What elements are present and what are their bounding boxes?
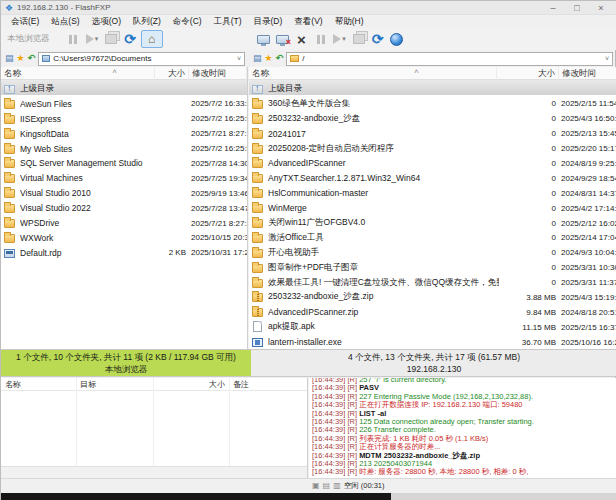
menu-item[interactable]: 查看(V) bbox=[288, 16, 328, 28]
file-row[interactable]: Default.rdp 2 KB 2025/10/31 17:29:38 bbox=[1, 244, 247, 259]
menu-item[interactable]: 命令(C) bbox=[167, 16, 208, 28]
remote-path-input[interactable]: / ˅ bbox=[286, 52, 613, 66]
menu-item[interactable]: 帮助(H) bbox=[329, 16, 370, 28]
file-modified: 2025/3/31 11:37: bbox=[561, 278, 616, 287]
local-path-input[interactable]: C:\Users\97672\Documents ˅ bbox=[38, 52, 245, 66]
column-header-name[interactable]: 名称 bbox=[1, 67, 155, 80]
file-row[interactable]: IISExpress 2025/7/2 16:25:58 bbox=[1, 110, 247, 125]
menu-item[interactable]: 队列(Z) bbox=[127, 16, 167, 28]
folder-tree-icon[interactable]: ▤ bbox=[253, 54, 262, 63]
queue-header-size[interactable]: 大小 bbox=[153, 379, 229, 390]
remote-location: 192.168.2.130 bbox=[407, 363, 461, 375]
file-row[interactable]: AweSun Files 2025/7/2 16:33:27 bbox=[1, 95, 247, 110]
home-folder-button[interactable]: ⌂ bbox=[141, 30, 163, 48]
file-row[interactable]: 2503232-andboxie_沙盘 0 2025/4/3 16:50:0 bbox=[249, 110, 616, 125]
menu-item[interactable]: 目录(D) bbox=[248, 16, 289, 28]
close-button[interactable]: × bbox=[589, 3, 613, 13]
horizontal-scrollbar[interactable] bbox=[1, 466, 307, 478]
minimize-button[interactable]: – bbox=[541, 3, 565, 13]
refresh-local-button[interactable]: ⟳ bbox=[122, 30, 139, 48]
file-row[interactable]: WXWork 2025/10/15 20:30:38 bbox=[1, 229, 247, 244]
connect-button[interactable] bbox=[255, 30, 272, 48]
file-row[interactable]: 关闭win11广告OFGBV4.0 0 2025/2/12 16:02: bbox=[249, 214, 616, 229]
file-row[interactable]: apk提取.apk 11.15 MB 2025/2/15 16:37: bbox=[249, 318, 616, 333]
refresh-remote-button[interactable]: ⟳ bbox=[369, 30, 386, 48]
local-browser-selector[interactable]: 本地浏览器 bbox=[7, 33, 50, 45]
file-name: WinMerge bbox=[268, 203, 499, 213]
file-row[interactable]: 激活Office工具 0 2025/2/14 17:04: bbox=[249, 229, 616, 244]
file-modified: 2024/8/19 9:25:0 bbox=[561, 159, 616, 168]
refresh-icon: ⟳ bbox=[124, 32, 136, 46]
queue-header-note[interactable]: 备注 bbox=[229, 379, 307, 390]
file-row[interactable]: 360绿色单文件版合集 0 2025/2/15 11:54: bbox=[249, 95, 616, 110]
file-row[interactable]: 20241017 0 2025/2/13 15:45: bbox=[249, 125, 616, 140]
file-size: 0 bbox=[499, 99, 561, 108]
file-name: Visual Studio 2022 bbox=[20, 203, 157, 213]
file-row[interactable]: WinMerge 0 2025/4/2 17:14:0 bbox=[249, 199, 616, 214]
disconnect-button[interactable] bbox=[274, 30, 291, 48]
file-row[interactable]: HslCommunication-master 0 2024/8/31 14:3… bbox=[249, 184, 616, 199]
queue-header-target[interactable]: 目标 bbox=[76, 379, 153, 390]
remote-file-pane: 名称 大小 修改时间 ˄ 上级目录 360绿色单文件版合集 0 2025/2/1… bbox=[249, 67, 616, 349]
file-row[interactable]: 20250208-定时自动启动关闭程序 0 2025/2/20 15:17: bbox=[249, 140, 616, 155]
file-row[interactable]: WPSDrive 2025/7/21 8:27:38 bbox=[1, 214, 247, 229]
column-header-modified[interactable]: 修改时间 bbox=[189, 67, 247, 80]
start-queue-button[interactable]: ▾ bbox=[84, 30, 101, 48]
file-size: 0 bbox=[499, 233, 561, 242]
file-row[interactable]: 上级目录 bbox=[1, 80, 247, 95]
file-row[interactable]: SQL Server Management Studio 2025/7/28 1… bbox=[1, 154, 247, 169]
start-remote-button[interactable]: ▾ bbox=[331, 30, 348, 48]
menu-item[interactable]: 选项(O) bbox=[86, 16, 127, 28]
site-manager-button[interactable] bbox=[388, 30, 405, 48]
file-row[interactable]: lantern-installer.exe 36.70 MB 2025/10/1… bbox=[249, 333, 616, 348]
parent-icon bbox=[4, 85, 15, 94]
column-header-size[interactable]: 大小 bbox=[155, 67, 189, 80]
file-row[interactable]: AdvancedIPScanner.zip 9.84 MB 2024/8/18 … bbox=[249, 303, 616, 318]
go-up-icon[interactable]: ↶ bbox=[276, 54, 284, 63]
file-row[interactable]: AdvancedIPScanner 0 2024/8/19 9:25:0 bbox=[249, 154, 616, 169]
transfer-mode-button[interactable] bbox=[103, 30, 120, 48]
scrollbar-thumb[interactable] bbox=[1, 493, 391, 500]
file-row[interactable]: AnyTXT.Searcher.1.2.871.Win32_Win64 0 20… bbox=[249, 169, 616, 184]
folder-icon bbox=[252, 100, 263, 109]
connect-icon bbox=[257, 35, 270, 44]
folder-tree-icon[interactable]: ▤ bbox=[5, 54, 14, 63]
file-size: 0 bbox=[499, 189, 561, 198]
pause-queue-button[interactable] bbox=[65, 30, 82, 48]
folder-icon bbox=[252, 145, 263, 154]
file-row[interactable]: My Web Sites 2025/7/2 16:25:58 bbox=[1, 140, 247, 155]
bookmarks-icon[interactable]: ★ bbox=[17, 54, 25, 63]
abort-button[interactable]: × bbox=[293, 30, 310, 48]
file-name: Visual Studio 2010 bbox=[20, 188, 157, 198]
remote-transfer-button[interactable] bbox=[350, 30, 367, 48]
file-row[interactable]: 上级目录 bbox=[249, 80, 616, 95]
queue-icon: ▤ bbox=[323, 482, 331, 490]
window-title: 192.168.2.130 - FlashFXP bbox=[17, 3, 110, 12]
file-row[interactable]: Visual Studio 2022 2025/7/28 13:47:18 bbox=[1, 199, 247, 214]
menu-item[interactable]: 工具(T) bbox=[208, 16, 248, 28]
file-row[interactable]: 图章制作+PDF电子图章 0 2025/3/31 10:30: bbox=[249, 259, 616, 274]
file-row[interactable]: 2503232-andboxie_沙盘.zip 3.88 MB 2025/4/3… bbox=[249, 288, 616, 303]
file-row[interactable]: Virtual Machines 2025/7/25 19:34:37 bbox=[1, 169, 247, 184]
file-row[interactable]: 效果最佳工具! 一键清理C盘垃圾文件、微信QQ缓存文件，免费好用、免安装版本 0… bbox=[249, 274, 616, 289]
file-row[interactable]: 开心电视助手 0 2024/9/3 10:04:0 bbox=[249, 244, 616, 259]
file-name: 360绿色单文件版合集 bbox=[268, 98, 499, 110]
maximize-button[interactable]: □ bbox=[565, 3, 589, 13]
file-modified: 2025/7/2 16:33:27 bbox=[191, 99, 247, 108]
bookmarks-icon[interactable]: ★ bbox=[265, 54, 273, 63]
file-name: AdvancedIPScanner bbox=[268, 158, 499, 168]
file-modified: 2024/9/3 10:04:0 bbox=[561, 248, 616, 257]
file-size: 3.88 MB bbox=[499, 293, 561, 302]
menu-item[interactable]: 会话(E) bbox=[5, 16, 45, 28]
menu-item[interactable]: 站点(S) bbox=[45, 16, 85, 28]
pause-remote-button[interactable] bbox=[312, 30, 329, 48]
column-header-modified[interactable]: 修改时间 bbox=[559, 67, 616, 80]
file-row[interactable]: KingsoftData 2025/7/21 8:27:15 bbox=[1, 125, 247, 140]
queue-header-name[interactable]: 名称 bbox=[1, 379, 76, 390]
chevron-down-icon[interactable]: ˅ bbox=[237, 55, 241, 62]
column-header-size[interactable]: 大小 bbox=[497, 67, 559, 80]
go-up-icon[interactable]: ↶ bbox=[28, 54, 36, 63]
file-row[interactable]: Visual Studio 2010 2025/9/19 13:46:33 bbox=[1, 184, 247, 199]
chevron-down-icon[interactable]: ˅ bbox=[605, 55, 609, 62]
column-header-name[interactable]: 名称 bbox=[249, 67, 497, 80]
